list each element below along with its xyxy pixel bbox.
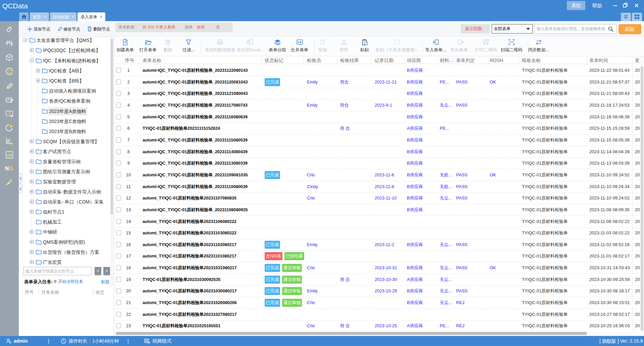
svg-text:G: G: [9, 166, 13, 171]
svg-text:CPK: CPK: [9, 143, 13, 146]
svg-text:N: N: [5, 166, 9, 171]
